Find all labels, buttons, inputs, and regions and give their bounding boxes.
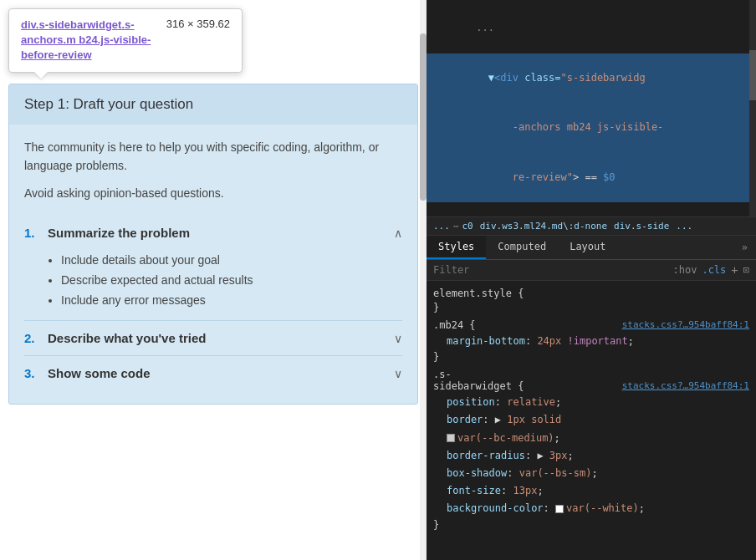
breadcrumb-div2[interactable]: div.s-side <box>614 221 669 232</box>
css-rule-mb24: .mb24 { stacks.css?…954baff84:1 margin-b… <box>427 316 756 365</box>
filter-bar: :hov .cls + ⊡ <box>427 260 756 281</box>
step-2-number: 2. <box>24 331 44 345</box>
breadcrumb-bar: ... ⋯ c0 div.ws3.ml24.md\:d-none div.s-s… <box>427 217 756 236</box>
bullet-item: Include any error messages <box>61 290 402 310</box>
devtools-panel: ... ▼<div class="s-sidebarwidg -anchors … <box>427 0 756 560</box>
step-3-header[interactable]: 3. Show some code ∨ <box>24 355 402 390</box>
tooltip-element-name: div.s-sidebarwidget.s-anchors.m b24.js-v… <box>21 18 160 64</box>
step-1-number: 1. <box>24 226 44 240</box>
html-selected-line-1[interactable]: ▼<div class="s-sidebarwidg <box>427 53 756 104</box>
sidebarwidget-close: } <box>427 518 756 532</box>
step-3-label: Show some code <box>48 366 394 380</box>
widget-content: The community is here to help you with s… <box>9 125 417 404</box>
filter-input[interactable] <box>433 264 668 276</box>
mb24-selector: .mb24 { stacks.css?…954baff84:1 <box>427 318 756 333</box>
filter-add-icon[interactable]: + <box>731 263 738 277</box>
css-rule-sidebarwidget: .s-sidebarwidget { stacks.css?…954baff84… <box>427 365 756 532</box>
step-1-label: Summarize the problem <box>48 226 394 240</box>
css-rule-element-style: element.style { } <box>427 284 756 316</box>
tooltip-size: 316 × 359.62 <box>166 18 230 30</box>
widget-description-1: The community is here to help you with s… <box>24 138 402 176</box>
tab-styles[interactable]: Styles <box>427 236 486 259</box>
webpage-panel: div.s-sidebarwidget.s-anchors.m b24.js-v… <box>0 0 427 560</box>
step-2-header[interactable]: 2. Describe what you've tried ∨ <box>24 320 402 355</box>
sidebarwidget-selector: .s-sidebarwidget { stacks.css?…954baff84… <box>427 367 756 394</box>
filter-settings-icon[interactable]: ⊡ <box>743 264 749 276</box>
html-line-dots: ... <box>427 3 756 53</box>
step-2-chevron: ∨ <box>394 332 402 345</box>
widget-header: Step 1: Draft your question <box>9 84 417 125</box>
css-background-color: background-color: var(--white); <box>427 500 756 517</box>
tooltip-arrow <box>34 72 48 79</box>
filter-hov[interactable]: :hov <box>673 264 697 276</box>
breadcrumb-div1[interactable]: div.ws3.ml24.md\:d-none <box>480 221 607 232</box>
step-1-chevron: ∧ <box>394 227 402 240</box>
css-position: position: relative; <box>427 394 756 411</box>
bullet-item: Describe expected and actual results <box>61 270 402 290</box>
breadcrumb-more[interactable]: ... <box>676 221 692 232</box>
devtools-tabs: Styles Computed Layout » <box>427 236 756 260</box>
widget-steps: 1. Summarize the problem ∧ Include detai… <box>24 216 402 390</box>
css-border-radius: border-radius: ▶ 3px; <box>427 447 756 465</box>
step-2-label: Describe what you've tried <box>48 331 394 345</box>
html-scrollbar-thumb <box>749 50 756 100</box>
step-1-bullets: Include details about your goal Describe… <box>24 250 402 320</box>
css-box-shadow: box-shadow: var(--bs-sm); <box>427 465 756 482</box>
step-3-number: 3. <box>24 366 44 380</box>
mb24-margin-bottom: margin-bottom: 24px !important; <box>427 333 756 350</box>
left-scrollbar[interactable] <box>420 0 427 560</box>
css-border-color: var(--bc-medium); <box>427 430 756 447</box>
widget-description-2: Avoid asking opinion-based questions. <box>24 184 402 202</box>
element-style-selector: element.style { <box>427 286 756 301</box>
styles-panel: Styles Computed Layout » :hov .cls + ⊡ e… <box>427 236 756 560</box>
html-selected-line-2[interactable]: -anchors mb24 js-visible- <box>427 103 756 153</box>
html-line-before: ::before <box>427 202 756 217</box>
breadcrumb-c0[interactable]: c0 <box>462 221 473 232</box>
css-border: border: ▶ 1px solid <box>427 411 756 429</box>
sidebar-widget: Step 1: Draft your question The communit… <box>8 84 418 405</box>
mb24-source-link[interactable]: stacks.css?…954baff84:1 <box>622 319 749 330</box>
sidebarwidget-source-link[interactable]: stacks.css?…954baff84:1 <box>622 380 749 391</box>
mb24-close: } <box>427 350 756 364</box>
html-tree-panel: ... ▼<div class="s-sidebarwidg -anchors … <box>427 0 756 217</box>
element-style-close: } <box>427 301 756 314</box>
filter-cls[interactable]: .cls <box>702 264 726 276</box>
css-rules-panel: element.style { } .mb24 { stacks.css?…95… <box>427 281 756 560</box>
step-1-header[interactable]: 1. Summarize the problem ∧ <box>24 216 402 250</box>
tab-more[interactable]: » <box>733 237 756 258</box>
left-scrollbar-thumb <box>420 33 427 201</box>
html-selected-line-3[interactable]: re-review"> == $0 <box>427 153 756 203</box>
bullet-item: Include details about your goal <box>61 250 402 270</box>
tab-computed[interactable]: Computed <box>486 236 558 259</box>
css-font-size: font-size: 13px; <box>427 482 756 500</box>
html-scrollbar[interactable] <box>749 0 756 217</box>
element-tooltip: div.s-sidebarwidget.s-anchors.m b24.js-v… <box>8 8 243 73</box>
breadcrumb-dots[interactable]: ... <box>433 221 450 232</box>
step-3-chevron: ∨ <box>394 367 402 380</box>
tab-layout[interactable]: Layout <box>558 236 617 259</box>
